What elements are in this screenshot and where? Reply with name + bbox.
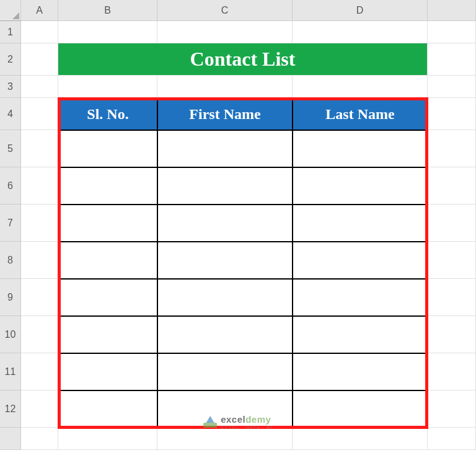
cell-C3[interactable] — [157, 76, 293, 98]
col-header-C[interactable]: C — [157, 0, 293, 21]
table-cell-last[interactable] — [293, 279, 428, 316]
row-header-stub — [0, 428, 21, 450]
cell-stub[interactable] — [428, 428, 476, 450]
cell-A3[interactable] — [21, 76, 58, 98]
cell-A2[interactable] — [21, 43, 58, 76]
table-cell-first[interactable] — [157, 167, 293, 205]
cell-C1[interactable] — [157, 21, 293, 43]
table-cell-sl[interactable] — [58, 353, 157, 390]
col-header-A[interactable]: A — [21, 0, 58, 21]
row-header-12[interactable]: 12 — [0, 390, 21, 428]
table-cell-last[interactable] — [293, 205, 428, 242]
cell-D3[interactable] — [293, 76, 428, 98]
row-header-11[interactable]: 11 — [0, 353, 21, 390]
table-cell-first[interactable] — [157, 205, 293, 242]
table-header-first[interactable]: First Name — [157, 98, 293, 130]
table-header-sl[interactable]: Sl. No. — [58, 98, 157, 130]
cell-E3[interactable] — [428, 76, 476, 98]
table-cell-first[interactable] — [157, 353, 293, 390]
cell-A8[interactable] — [21, 242, 58, 279]
cell-E1[interactable] — [428, 21, 476, 43]
table-cell-sl[interactable] — [58, 167, 157, 205]
cell-B3[interactable] — [58, 76, 157, 98]
table-cell-sl[interactable] — [58, 130, 157, 167]
col-header-stub — [428, 0, 476, 21]
cell-A4[interactable] — [21, 98, 58, 130]
row-header-6[interactable]: 6 — [0, 167, 21, 205]
table-cell-last[interactable] — [293, 130, 428, 167]
cell-stub[interactable] — [21, 428, 58, 450]
cell-E9[interactable] — [428, 279, 476, 316]
cell-E4[interactable] — [428, 98, 476, 130]
cell-A12[interactable] — [21, 390, 58, 428]
table-cell-last[interactable] — [293, 390, 428, 428]
cell-E6[interactable] — [428, 167, 476, 205]
table-cell-sl[interactable] — [58, 316, 157, 353]
cell-A10[interactable] — [21, 316, 58, 353]
table-cell-first[interactable] — [157, 242, 293, 279]
row-header-4[interactable]: 4 — [0, 98, 21, 130]
row-header-5[interactable]: 5 — [0, 130, 21, 167]
table-cell-last[interactable] — [293, 242, 428, 279]
table-cell-last[interactable] — [293, 316, 428, 353]
col-header-D[interactable]: D — [293, 0, 428, 21]
table-cell-sl[interactable] — [58, 390, 157, 428]
cell-A5[interactable] — [21, 130, 58, 167]
cell-stub[interactable] — [293, 428, 428, 450]
row-header-1[interactable]: 1 — [0, 21, 21, 43]
table-cell-first[interactable] — [157, 316, 293, 353]
table-cell-last[interactable] — [293, 353, 428, 390]
cell-E10[interactable] — [428, 316, 476, 353]
cell-E2[interactable] — [428, 43, 476, 76]
table-cell-sl[interactable] — [58, 242, 157, 279]
cell-A6[interactable] — [21, 167, 58, 205]
table-cell-sl[interactable] — [58, 279, 157, 316]
col-header-B[interactable]: B — [58, 0, 157, 21]
cell-A1[interactable] — [21, 21, 58, 43]
row-header-10[interactable]: 10 — [0, 316, 21, 353]
row-header-3[interactable]: 3 — [0, 76, 21, 98]
cell-E12[interactable] — [428, 390, 476, 428]
table-header-last[interactable]: Last Name — [293, 98, 428, 130]
table-cell-sl[interactable] — [58, 205, 157, 242]
cell-E7[interactable] — [428, 205, 476, 242]
cell-E8[interactable] — [428, 242, 476, 279]
spreadsheet-grid: A B C D 1 2 Contact List 3 4 Sl. No. Fir… — [0, 0, 476, 450]
row-header-7[interactable]: 7 — [0, 205, 21, 242]
row-header-9[interactable]: 9 — [0, 279, 21, 316]
cell-E5[interactable] — [428, 130, 476, 167]
cell-D1[interactable] — [293, 21, 428, 43]
select-all-corner[interactable] — [0, 0, 21, 21]
cell-E11[interactable] — [428, 353, 476, 390]
cell-A7[interactable] — [21, 205, 58, 242]
table-cell-first[interactable] — [157, 130, 293, 167]
table-cell-first[interactable] — [157, 390, 293, 428]
row-header-2[interactable]: 2 — [0, 43, 21, 76]
cell-A11[interactable] — [21, 353, 58, 390]
cell-stub[interactable] — [58, 428, 157, 450]
row-header-8[interactable]: 8 — [0, 242, 21, 279]
cell-B1[interactable] — [58, 21, 157, 43]
cell-A9[interactable] — [21, 279, 58, 316]
title-cell[interactable]: Contact List — [58, 43, 428, 76]
table-cell-last[interactable] — [293, 167, 428, 205]
cell-stub[interactable] — [157, 428, 293, 450]
table-cell-first[interactable] — [157, 279, 293, 316]
